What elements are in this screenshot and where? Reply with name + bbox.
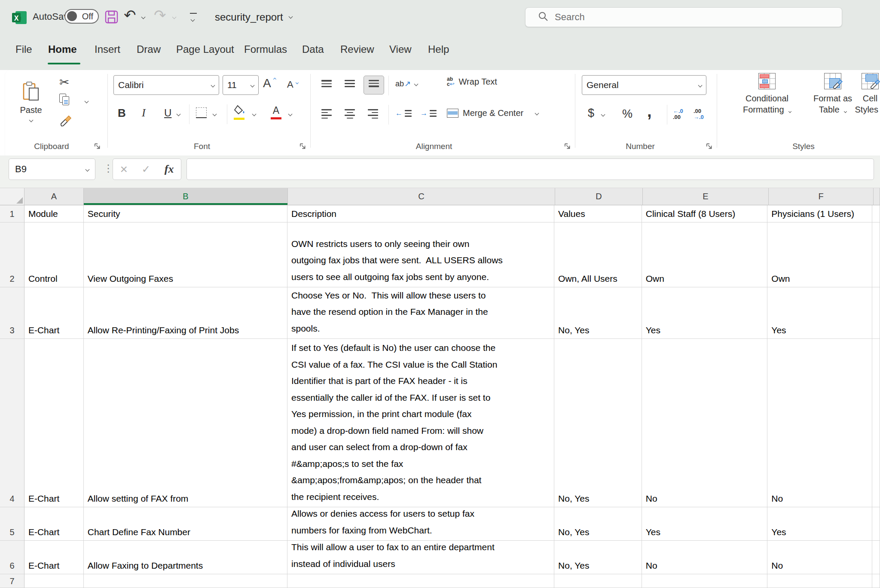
cell-B4[interactable]: Allow setting of FAX from [84,339,287,507]
column-header-g-partial[interactable] [874,188,880,205]
cell-B3[interactable]: Allow Re-Printing/Faxing of Print Jobs [84,287,287,339]
row-header-5[interactable]: 5 [0,507,24,541]
column-header-e[interactable]: E [643,188,769,205]
tab-file[interactable]: File [15,43,32,55]
cell-D2[interactable]: Own, All Users [554,222,642,287]
row-header-1[interactable]: 1 [0,205,24,222]
select-all-button[interactable] [0,188,24,205]
align-right-icon[interactable] [368,109,378,119]
cell-E7[interactable] [642,574,768,588]
grow-font-button[interactable]: A [263,76,271,90]
align-top-icon[interactable] [321,80,332,87]
alignment-dialog-launcher-icon[interactable] [564,143,571,152]
save-icon[interactable] [104,10,119,26]
column-header-c[interactable]: C [288,188,555,205]
merge-center-button[interactable]: Merge & Center [447,108,538,118]
cell-G7[interactable] [872,574,880,588]
cut-icon[interactable]: ✂ [59,76,69,88]
orientation-icon[interactable]: ab ↗ [395,79,418,88]
name-box-resize-dots-icon[interactable]: ⋮ [103,163,113,174]
cell-C7[interactable] [287,574,554,588]
cell-D6[interactable]: No, Yes [554,541,642,574]
cell-G1[interactable] [872,205,880,222]
cell-E2[interactable]: Own [642,222,768,287]
cell-C3[interactable]: Choose Yes or No. This will allow these … [287,287,554,339]
cell-F5[interactable]: Yes [767,507,872,541]
cell-D3[interactable]: No, Yes [554,287,642,339]
conditional-formatting-button[interactable]: Conditional Formatting [730,73,804,115]
cell-E5[interactable]: Yes [642,507,768,541]
cell-A1[interactable]: Module [24,205,84,222]
font-family-select[interactable]: Calibri [113,75,219,95]
column-header-f[interactable]: F [769,188,874,205]
cell-G3[interactable] [872,287,880,339]
cell-G2[interactable] [872,222,880,287]
cell-A7[interactable] [24,574,84,588]
cell-F2[interactable]: Own [767,222,872,287]
increase-decimal-icon[interactable]: ←.0.00 [673,108,683,120]
increase-indent-icon[interactable]: → [420,109,437,118]
paste-button[interactable]: Paste [13,72,49,131]
align-center-icon[interactable] [345,109,355,119]
workbook-title[interactable]: security_report [215,11,292,23]
cell-F3[interactable]: Yes [767,287,872,339]
insert-function-icon[interactable]: fx [165,163,174,176]
column-header-a[interactable]: A [24,188,84,205]
row-header-2[interactable]: 2 [0,222,24,287]
tab-data[interactable]: Data [302,43,324,55]
align-middle-icon[interactable] [345,80,355,87]
cell-C1[interactable]: Description [287,205,554,222]
cell-D5[interactable]: No, Yes [554,507,642,541]
tab-page-layout[interactable]: Page Layout [176,43,234,55]
cell-C5[interactable]: Allows or denies access for users to set… [287,507,554,541]
column-header-b[interactable]: B [84,188,288,205]
number-dialog-launcher-icon[interactable] [706,143,713,152]
cell-C2[interactable]: OWN restricts users to only seeing their… [287,222,554,287]
tab-insert[interactable]: Insert [95,43,120,55]
font-color-icon[interactable]: A [271,105,281,119]
cell-D4[interactable]: No, Yes [554,339,642,507]
cell-A4[interactable]: E-Chart [24,339,84,507]
tab-home[interactable]: Home [48,43,77,55]
tab-view[interactable]: View [389,43,412,55]
currency-icon[interactable]: $ [588,107,594,120]
cell-F1[interactable]: Physicians (1 Users) [767,205,872,222]
fill-color-icon[interactable] [234,105,245,120]
cell-E6[interactable]: No [642,541,768,574]
decrease-indent-icon[interactable]: ← [395,109,412,118]
comma-style-icon[interactable]: , [647,102,652,121]
cell-B2[interactable]: View Outgoing Faxes [84,222,287,287]
cell-A5[interactable]: E-Chart [24,507,84,541]
cell-F7[interactable] [767,574,872,588]
cell-A3[interactable]: E-Chart [24,287,84,339]
cell-B1[interactable]: Security [84,205,287,222]
bold-button[interactable]: B [118,107,126,120]
cell-A6[interactable]: E-Chart [24,541,84,574]
italic-button[interactable]: I [142,107,146,119]
borders-icon[interactable] [196,107,207,118]
formula-input[interactable] [186,158,874,180]
wrap-text-button[interactable]: ab c↩ Wrap Text [447,76,497,87]
tab-formulas[interactable]: Formulas [244,43,287,55]
cell-C6[interactable]: This will allow a user to fax to an enti… [287,541,554,574]
clipboard-dialog-launcher-icon[interactable] [94,143,101,152]
font-dialog-launcher-icon[interactable] [299,143,306,152]
search-input[interactable]: Search [525,7,842,27]
tab-draw[interactable]: Draw [137,43,161,55]
number-format-select[interactable]: General [582,75,706,95]
tab-help[interactable]: Help [428,43,449,55]
row-header-7[interactable]: 7 [0,574,24,588]
cell-E3[interactable]: Yes [642,287,768,339]
row-header-6[interactable]: 6 [0,541,24,574]
cell-G4[interactable] [872,339,880,507]
align-bottom-icon[interactable] [369,80,379,87]
cell-E1[interactable]: Clinical Staff (8 Users) [642,205,768,222]
column-header-d[interactable]: D [555,188,643,205]
tab-review[interactable]: Review [340,43,374,55]
cell-B7[interactable] [84,574,287,588]
cell-A2[interactable]: Control [24,222,84,287]
cell-G5[interactable] [872,507,880,541]
cell-E4[interactable]: No [642,339,768,507]
underline-button[interactable]: U [164,107,171,119]
customize-quick-access-icon[interactable] [190,13,197,23]
